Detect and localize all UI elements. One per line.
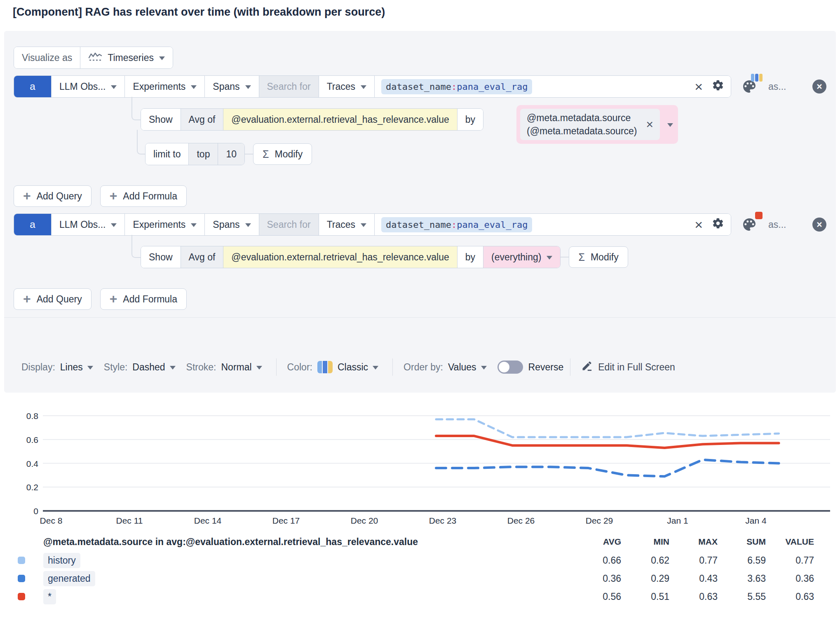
legend-stat-value: 0.36	[766, 573, 814, 584]
clear-search-icon[interactable]: ×	[695, 218, 703, 232]
dataset-dropdown[interactable]: LLM Obs...	[51, 76, 124, 97]
add-query-button[interactable]: +Add Query	[14, 185, 92, 207]
toolbar-divider	[392, 358, 393, 376]
order-by-value: Values	[448, 362, 476, 373]
remove-group-by-icon[interactable]: ×	[646, 118, 654, 131]
series-label[interactable]: *	[43, 589, 56, 604]
filter-value: pana_eval_rag	[457, 220, 528, 230]
chevron-down-icon	[361, 85, 366, 89]
modify-button[interactable]: ΣModify	[253, 143, 312, 165]
series-label[interactable]: generated	[43, 571, 95, 586]
chart-line-history	[436, 419, 779, 437]
order-by-label: Order by:	[404, 362, 443, 373]
modify-button-label: Modify	[591, 252, 619, 263]
palette-color-badge	[755, 212, 763, 219]
limit-mode-dropdown[interactable]: top	[188, 143, 218, 165]
toggle-knob	[499, 362, 509, 372]
group-by-dropdown[interactable]: @meta.metadata.source (@meta.metadata.so…	[516, 105, 678, 144]
edit-fullscreen-button[interactable]: Edit in Full Screen	[581, 360, 675, 374]
search-type-dropdown[interactable]: Traces	[319, 214, 374, 235]
palette-button[interactable]	[741, 216, 758, 233]
stroke-value: Normal	[221, 362, 251, 373]
legend-row: history0.660.620.776.590.77	[0, 551, 840, 569]
group-by-dropdown[interactable]: (everything)	[483, 246, 560, 268]
chevron-down-icon	[245, 223, 251, 227]
remove-query-button[interactable]: ×	[812, 218, 826, 232]
display-value: Lines	[60, 362, 83, 373]
scope-dropdown-label: Spans	[213, 81, 239, 92]
settings-gear-icon[interactable]	[712, 217, 724, 232]
dataset-dropdown-label: LLM Obs...	[59, 81, 106, 92]
y-tick-label: 0.2	[26, 482, 38, 492]
chevron-down-icon	[361, 223, 366, 227]
query-letter-badge[interactable]: a	[14, 214, 51, 235]
aggregate-dropdown[interactable]: Avg of	[181, 246, 223, 268]
legend-stat-value: 0.36	[573, 573, 621, 584]
series-label[interactable]: history	[43, 553, 80, 568]
style-dropdown[interactable]: Dashed	[132, 362, 175, 373]
filter-value: pana_eval_rag	[457, 82, 528, 92]
display-dropdown[interactable]: Lines	[60, 362, 93, 373]
plus-icon: +	[110, 189, 117, 202]
legend-stat-value: 3.63	[718, 573, 766, 584]
chevron-down-icon	[111, 85, 117, 89]
scope-dropdown-label: Spans	[213, 219, 239, 230]
environment-dropdown[interactable]: Experiments	[124, 214, 204, 235]
legend-stat-value: 0.51	[621, 591, 669, 602]
filter-chip[interactable]: dataset_name:pana_eval_rag	[381, 79, 532, 94]
legend-stat-value: 0.62	[621, 555, 669, 566]
add-formula-button[interactable]: +Add Formula	[100, 185, 187, 207]
x-tick-label: Dec 8	[40, 516, 63, 525]
show-row-2: Show Avg of @evaluation.external.retriev…	[141, 246, 628, 268]
clear-search-icon[interactable]: ×	[695, 80, 703, 94]
add-query-button[interactable]: +Add Query	[14, 288, 92, 310]
query-row-actions: as... ×	[741, 216, 826, 233]
scope-dropdown[interactable]: Spans	[204, 214, 258, 235]
chart-line-generated	[436, 460, 779, 477]
legend-stat-value: 6.59	[718, 555, 766, 566]
search-input[interactable]: dataset_name:pana_eval_rag ×	[374, 76, 731, 97]
timeseries-chart[interactable]: 00.20.40.60.8Dec 8Dec 11Dec 14Dec 17Dec …	[0, 402, 840, 534]
search-input[interactable]: dataset_name:pana_eval_rag ×	[374, 214, 731, 235]
stroke-dropdown[interactable]: Normal	[221, 362, 262, 373]
color-dropdown[interactable]: Classic	[338, 362, 378, 373]
alias-as-button[interactable]: as...	[768, 219, 786, 230]
chevron-down-icon	[159, 56, 165, 60]
filter-chip[interactable]: dataset_name:pana_eval_rag	[381, 217, 532, 232]
legend-column-header: MAX	[669, 537, 718, 547]
environment-dropdown[interactable]: Experiments	[124, 76, 204, 97]
settings-gear-icon[interactable]	[712, 79, 724, 94]
dataset-dropdown-label: LLM Obs...	[59, 219, 106, 230]
aggregate-dropdown[interactable]: Avg of	[181, 109, 223, 130]
order-by-dropdown[interactable]: Values	[448, 362, 487, 373]
edit-fullscreen-label: Edit in Full Screen	[598, 362, 675, 373]
color-palette-swatch	[317, 361, 333, 373]
x-tick-label: Dec 14	[194, 516, 222, 525]
sigma-icon: Σ	[263, 148, 269, 160]
toolbar-divider	[570, 358, 570, 376]
chevron-down-icon	[87, 366, 93, 370]
plus-icon: +	[23, 292, 31, 305]
remove-query-button[interactable]: ×	[812, 80, 826, 94]
palette-button[interactable]	[741, 78, 758, 95]
legend-row: *0.560.510.635.550.63	[0, 588, 840, 606]
alias-as-button[interactable]: as...	[768, 81, 786, 92]
search-type-dropdown[interactable]: Traces	[319, 76, 374, 97]
add-query-label: Add Query	[37, 294, 82, 305]
scope-dropdown[interactable]: Spans	[204, 76, 258, 97]
limit-value-input[interactable]: 10	[218, 143, 244, 165]
search-type-dropdown-label: Traces	[327, 81, 355, 92]
modify-button[interactable]: ΣModify	[569, 246, 628, 268]
legend-row: generated0.360.290.433.630.36	[0, 569, 840, 588]
reverse-toggle[interactable]	[497, 360, 523, 374]
query-letter-badge[interactable]: a	[14, 76, 51, 97]
search-type-dropdown-label: Traces	[327, 219, 355, 230]
metric-field-chip[interactable]: @evaluation.external.retrieval_has_relev…	[223, 246, 457, 268]
dataset-dropdown[interactable]: LLM Obs...	[51, 214, 124, 235]
visualize-type-dropdown[interactable]: Timeseries	[80, 47, 173, 68]
add-formula-button[interactable]: +Add Formula	[100, 288, 187, 310]
metric-field-chip[interactable]: @evaluation.external.retrieval_has_relev…	[223, 109, 457, 130]
page-title: [Component] RAG has relevant over time (…	[13, 6, 385, 19]
query-row-2: a LLM Obs... Experiments Spans Search fo…	[14, 213, 826, 236]
show-label: Show	[141, 246, 181, 268]
